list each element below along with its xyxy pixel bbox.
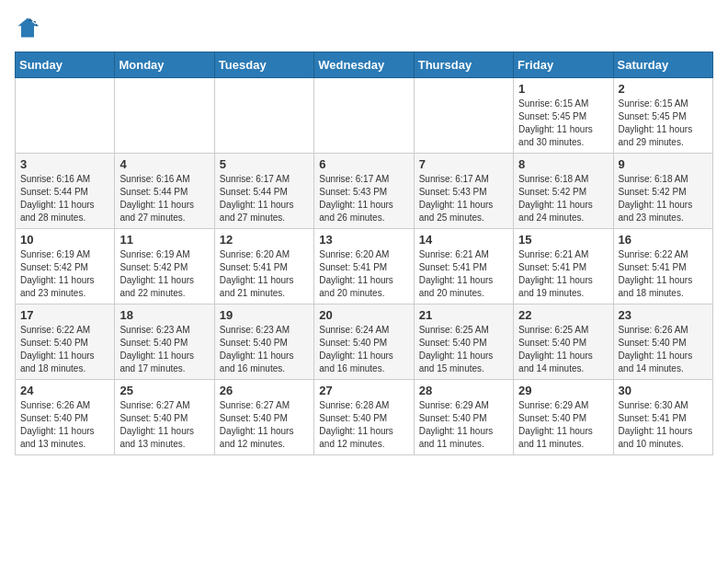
day-number: 26 bbox=[220, 384, 309, 397]
calendar-week-row: 1Sunrise: 6:15 AM Sunset: 5:45 PM Daylig… bbox=[16, 78, 713, 154]
day-info: Sunrise: 6:23 AM Sunset: 5:40 PM Dayligh… bbox=[119, 324, 209, 375]
calendar-cell bbox=[414, 78, 513, 154]
day-info: Sunrise: 6:25 AM Sunset: 5:40 PM Dayligh… bbox=[518, 324, 608, 375]
weekday-header: Thursday bbox=[414, 52, 513, 78]
calendar-cell: 30Sunrise: 6:30 AM Sunset: 5:41 PM Dayli… bbox=[613, 380, 712, 455]
day-number: 19 bbox=[220, 308, 309, 322]
day-number: 7 bbox=[419, 157, 508, 171]
day-info: Sunrise: 6:15 AM Sunset: 5:45 PM Dayligh… bbox=[619, 98, 708, 149]
day-info: Sunrise: 6:28 AM Sunset: 5:40 PM Dayligh… bbox=[319, 399, 408, 451]
calendar-cell: 14Sunrise: 6:21 AM Sunset: 5:41 PM Dayli… bbox=[414, 229, 513, 304]
calendar-cell: 15Sunrise: 6:21 AM Sunset: 5:41 PM Dayli… bbox=[514, 229, 613, 304]
calendar-cell: 2Sunrise: 6:15 AM Sunset: 5:45 PM Daylig… bbox=[613, 78, 712, 154]
day-info: Sunrise: 6:19 AM Sunset: 5:42 PM Dayligh… bbox=[20, 248, 109, 300]
day-number: 20 bbox=[319, 308, 408, 322]
weekday-header: Monday bbox=[115, 52, 214, 78]
weekday-header: Wednesday bbox=[314, 52, 414, 78]
day-number: 28 bbox=[419, 384, 508, 397]
day-number: 12 bbox=[220, 233, 309, 247]
day-number: 8 bbox=[518, 157, 608, 171]
calendar-cell: 28Sunrise: 6:29 AM Sunset: 5:40 PM Dayli… bbox=[414, 380, 513, 455]
calendar-cell: 10Sunrise: 6:19 AM Sunset: 5:42 PM Dayli… bbox=[16, 229, 115, 304]
calendar-week-row: 17Sunrise: 6:22 AM Sunset: 5:40 PM Dayli… bbox=[16, 304, 713, 380]
calendar-header-row: SundayMondayTuesdayWednesdayThursdayFrid… bbox=[16, 52, 713, 78]
calendar-cell: 22Sunrise: 6:25 AM Sunset: 5:40 PM Dayli… bbox=[514, 304, 613, 380]
calendar-cell: 29Sunrise: 6:29 AM Sunset: 5:40 PM Dayli… bbox=[514, 380, 613, 455]
logo-icon bbox=[15, 15, 40, 40]
day-number: 14 bbox=[419, 233, 508, 247]
day-info: Sunrise: 6:24 AM Sunset: 5:40 PM Dayligh… bbox=[319, 324, 408, 375]
day-number: 11 bbox=[119, 233, 209, 247]
day-info: Sunrise: 6:20 AM Sunset: 5:41 PM Dayligh… bbox=[319, 248, 408, 300]
calendar-cell: 23Sunrise: 6:26 AM Sunset: 5:40 PM Dayli… bbox=[613, 304, 712, 380]
calendar-cell: 24Sunrise: 6:26 AM Sunset: 5:40 PM Dayli… bbox=[16, 380, 115, 455]
calendar-cell: 19Sunrise: 6:23 AM Sunset: 5:40 PM Dayli… bbox=[214, 304, 313, 380]
day-info: Sunrise: 6:29 AM Sunset: 5:40 PM Dayligh… bbox=[518, 399, 608, 451]
calendar-cell: 6Sunrise: 6:17 AM Sunset: 5:43 PM Daylig… bbox=[314, 154, 414, 229]
day-info: Sunrise: 6:18 AM Sunset: 5:42 PM Dayligh… bbox=[518, 173, 608, 224]
day-number: 15 bbox=[518, 233, 608, 247]
day-number: 30 bbox=[619, 384, 708, 397]
calendar-cell: 8Sunrise: 6:18 AM Sunset: 5:42 PM Daylig… bbox=[514, 154, 613, 229]
day-info: Sunrise: 6:29 AM Sunset: 5:40 PM Dayligh… bbox=[419, 399, 508, 451]
day-number: 6 bbox=[319, 157, 408, 171]
page-header bbox=[15, 15, 713, 40]
calendar-cell bbox=[115, 78, 214, 154]
calendar-cell: 4Sunrise: 6:16 AM Sunset: 5:44 PM Daylig… bbox=[115, 154, 214, 229]
calendar-cell: 5Sunrise: 6:17 AM Sunset: 5:44 PM Daylig… bbox=[214, 154, 313, 229]
day-number: 16 bbox=[619, 233, 708, 247]
day-number: 27 bbox=[319, 384, 408, 397]
calendar-cell: 21Sunrise: 6:25 AM Sunset: 5:40 PM Dayli… bbox=[414, 304, 513, 380]
day-info: Sunrise: 6:18 AM Sunset: 5:42 PM Dayligh… bbox=[619, 173, 708, 224]
day-info: Sunrise: 6:17 AM Sunset: 5:43 PM Dayligh… bbox=[419, 173, 508, 224]
calendar-cell: 3Sunrise: 6:16 AM Sunset: 5:44 PM Daylig… bbox=[16, 154, 115, 229]
calendar-cell: 13Sunrise: 6:20 AM Sunset: 5:41 PM Dayli… bbox=[314, 229, 414, 304]
day-info: Sunrise: 6:19 AM Sunset: 5:42 PM Dayligh… bbox=[119, 248, 209, 300]
calendar-cell: 12Sunrise: 6:20 AM Sunset: 5:41 PM Dayli… bbox=[214, 229, 313, 304]
day-number: 18 bbox=[119, 308, 209, 322]
calendar-cell: 25Sunrise: 6:27 AM Sunset: 5:40 PM Dayli… bbox=[115, 380, 214, 455]
day-number: 25 bbox=[119, 384, 209, 397]
day-info: Sunrise: 6:16 AM Sunset: 5:44 PM Dayligh… bbox=[20, 173, 109, 224]
day-info: Sunrise: 6:27 AM Sunset: 5:40 PM Dayligh… bbox=[119, 399, 209, 451]
weekday-header: Sunday bbox=[16, 52, 115, 78]
calendar-cell: 27Sunrise: 6:28 AM Sunset: 5:40 PM Dayli… bbox=[314, 380, 414, 455]
day-info: Sunrise: 6:22 AM Sunset: 5:41 PM Dayligh… bbox=[619, 248, 708, 300]
day-info: Sunrise: 6:20 AM Sunset: 5:41 PM Dayligh… bbox=[220, 248, 309, 300]
calendar-cell: 9Sunrise: 6:18 AM Sunset: 5:42 PM Daylig… bbox=[613, 154, 712, 229]
day-number: 24 bbox=[20, 384, 109, 397]
calendar-cell: 7Sunrise: 6:17 AM Sunset: 5:43 PM Daylig… bbox=[414, 154, 513, 229]
calendar-cell: 17Sunrise: 6:22 AM Sunset: 5:40 PM Dayli… bbox=[16, 304, 115, 380]
calendar-week-row: 3Sunrise: 6:16 AM Sunset: 5:44 PM Daylig… bbox=[16, 154, 713, 229]
day-number: 4 bbox=[119, 157, 209, 171]
calendar-table: SundayMondayTuesdayWednesdayThursdayFrid… bbox=[15, 52, 713, 455]
calendar-cell bbox=[16, 78, 115, 154]
calendar-week-row: 24Sunrise: 6:26 AM Sunset: 5:40 PM Dayli… bbox=[16, 380, 713, 455]
calendar-cell: 16Sunrise: 6:22 AM Sunset: 5:41 PM Dayli… bbox=[613, 229, 712, 304]
calendar-cell: 1Sunrise: 6:15 AM Sunset: 5:45 PM Daylig… bbox=[514, 78, 613, 154]
day-info: Sunrise: 6:21 AM Sunset: 5:41 PM Dayligh… bbox=[419, 248, 508, 300]
day-number: 5 bbox=[220, 157, 309, 171]
calendar-cell bbox=[314, 78, 414, 154]
day-info: Sunrise: 6:26 AM Sunset: 5:40 PM Dayligh… bbox=[20, 399, 109, 451]
day-number: 17 bbox=[20, 308, 109, 322]
day-number: 2 bbox=[619, 82, 708, 96]
day-number: 9 bbox=[619, 157, 708, 171]
day-info: Sunrise: 6:25 AM Sunset: 5:40 PM Dayligh… bbox=[419, 324, 508, 375]
day-info: Sunrise: 6:30 AM Sunset: 5:41 PM Dayligh… bbox=[619, 399, 708, 451]
calendar-cell: 20Sunrise: 6:24 AM Sunset: 5:40 PM Dayli… bbox=[314, 304, 414, 380]
calendar-week-row: 10Sunrise: 6:19 AM Sunset: 5:42 PM Dayli… bbox=[16, 229, 713, 304]
calendar-cell: 11Sunrise: 6:19 AM Sunset: 5:42 PM Dayli… bbox=[115, 229, 214, 304]
day-number: 22 bbox=[518, 308, 608, 322]
day-number: 29 bbox=[518, 384, 608, 397]
day-info: Sunrise: 6:17 AM Sunset: 5:44 PM Dayligh… bbox=[220, 173, 309, 224]
day-number: 21 bbox=[419, 308, 508, 322]
calendar-cell: 18Sunrise: 6:23 AM Sunset: 5:40 PM Dayli… bbox=[115, 304, 214, 380]
day-number: 10 bbox=[20, 233, 109, 247]
day-number: 3 bbox=[20, 157, 109, 171]
day-number: 1 bbox=[518, 82, 608, 96]
svg-marker-0 bbox=[18, 18, 38, 38]
day-info: Sunrise: 6:23 AM Sunset: 5:40 PM Dayligh… bbox=[220, 324, 309, 375]
logo bbox=[15, 15, 44, 40]
day-number: 23 bbox=[619, 308, 708, 322]
